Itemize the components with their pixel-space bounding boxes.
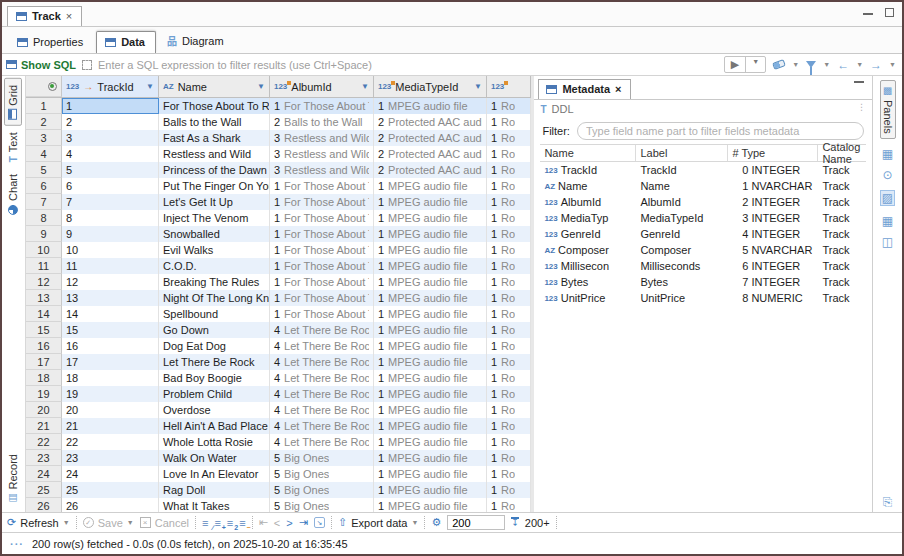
row-number[interactable]: 15 bbox=[26, 322, 62, 338]
trackid-cell[interactable]: 22 bbox=[62, 434, 159, 450]
albumid-cell[interactable]: 3Restless and Wild bbox=[270, 146, 374, 162]
genreid-cell[interactable]: 1Ro bbox=[487, 370, 531, 386]
field-catalog-cell[interactable]: Track bbox=[818, 244, 866, 256]
name-cell[interactable]: Dog Eat Dog bbox=[159, 338, 270, 354]
genreid-cell[interactable]: 1Ro bbox=[487, 418, 531, 434]
chevron-down-icon[interactable]: ▼ bbox=[257, 82, 265, 91]
mediatypeid-cell[interactable]: 1MPEG audio file bbox=[374, 194, 487, 210]
dock-panel-icon[interactable]: ⎘ bbox=[883, 496, 893, 508]
albumid-cell[interactable]: 4Let There Be Rock bbox=[270, 434, 374, 450]
albumid-cell[interactable]: 1For Those About To bbox=[270, 226, 374, 242]
trackid-cell[interactable]: 7 bbox=[62, 194, 159, 210]
trackid-cell[interactable]: 14 bbox=[62, 306, 159, 322]
name-cell[interactable]: Hell Ain't A Bad Place T bbox=[159, 418, 270, 434]
trackid-cell[interactable]: 6 bbox=[62, 178, 159, 194]
tab-data[interactable]: Data bbox=[96, 31, 156, 53]
name-cell[interactable]: Restless and Wild bbox=[159, 146, 270, 162]
forward-arrow-icon[interactable]: → bbox=[870, 58, 882, 72]
tab-diagram[interactable]: 品 Diagram bbox=[158, 28, 235, 53]
metadata-row[interactable]: 123UnitPriceUnitPrice8NUMERICTrack bbox=[540, 290, 866, 306]
genreid-cell[interactable]: 1Ro bbox=[487, 450, 531, 466]
mediatypeid-cell[interactable]: 1MPEG audio file bbox=[374, 450, 487, 466]
name-cell[interactable]: Evil Walks bbox=[159, 242, 270, 258]
albumid-cell[interactable]: 5Big Ones bbox=[270, 450, 374, 466]
mediatypeid-cell[interactable]: 1MPEG audio file bbox=[374, 322, 487, 338]
row-number[interactable]: 11 bbox=[26, 258, 62, 274]
row-number[interactable]: 20 bbox=[26, 402, 62, 418]
name-cell[interactable]: Put The Finger On You bbox=[159, 178, 270, 194]
row-number[interactable]: 3 bbox=[26, 130, 62, 146]
albumid-cell[interactable]: 4Let There Be Rock bbox=[270, 386, 374, 402]
field-catalog-cell[interactable]: Track bbox=[818, 228, 866, 240]
field-type-cell[interactable]: 4INTEGER bbox=[728, 228, 818, 240]
albumid-cell[interactable]: 1For Those About To bbox=[270, 210, 374, 226]
mediatypeid-cell[interactable]: 1MPEG audio file bbox=[374, 418, 487, 434]
name-cell[interactable]: Princess of the Dawn bbox=[159, 162, 270, 178]
field-catalog-cell[interactable]: Track bbox=[818, 292, 866, 304]
field-type-cell[interactable]: 8NUMERIC bbox=[728, 292, 818, 304]
mediatypeid-cell[interactable]: 1MPEG audio file bbox=[374, 370, 487, 386]
genreid-cell[interactable]: 1Ro bbox=[487, 338, 531, 354]
grouping-panel-icon[interactable]: ▦ bbox=[882, 215, 893, 227]
trackid-cell[interactable]: 4 bbox=[62, 146, 159, 162]
name-cell[interactable]: Rag Doll bbox=[159, 482, 270, 498]
trackid-cell[interactable]: 8 bbox=[62, 210, 159, 226]
name-cell[interactable]: Bad Boy Boogie bbox=[159, 370, 270, 386]
albumid-cell[interactable]: 5Big Ones bbox=[270, 498, 374, 512]
trackid-cell[interactable]: 10 bbox=[62, 242, 159, 258]
albumid-cell[interactable]: 4Let There Be Rock bbox=[270, 338, 374, 354]
gear-icon[interactable]: ⚙ bbox=[431, 516, 441, 529]
field-name-cell[interactable]: 123TrackId bbox=[540, 164, 636, 176]
name-cell[interactable]: Night Of The Long Kniv bbox=[159, 290, 270, 306]
row-number[interactable]: 17 bbox=[26, 354, 62, 370]
mediatypeid-cell[interactable]: 1MPEG audio file bbox=[374, 274, 487, 290]
row-number[interactable]: 25 bbox=[26, 482, 62, 498]
genreid-cell[interactable]: 1Ro bbox=[487, 242, 531, 258]
row-number[interactable]: 21 bbox=[26, 418, 62, 434]
name-cell[interactable]: For Those About To Ro bbox=[159, 98, 270, 114]
refresh-button[interactable]: ⟳ Refresh ▼ bbox=[7, 516, 70, 529]
albumid-cell[interactable]: 1For Those About To bbox=[270, 194, 374, 210]
trackid-cell[interactable]: 15 bbox=[62, 322, 159, 338]
header-catalog-name[interactable]: Catalog Name bbox=[818, 145, 866, 161]
mediatypeid-cell[interactable]: 2Protected AAC audio bbox=[374, 114, 487, 130]
minimize-icon[interactable] bbox=[863, 13, 873, 15]
close-icon[interactable]: × bbox=[66, 10, 72, 22]
fetch-more-label[interactable]: 200+ bbox=[525, 517, 550, 529]
trackid-cell[interactable]: 16 bbox=[62, 338, 159, 354]
trackid-cell[interactable]: 20 bbox=[62, 402, 159, 418]
references-panel-icon[interactable]: ◫ bbox=[882, 236, 893, 248]
row-number[interactable]: 1 bbox=[26, 98, 62, 114]
field-type-cell[interactable]: 6INTEGER bbox=[728, 260, 818, 272]
name-cell[interactable]: Whole Lotta Rosie bbox=[159, 434, 270, 450]
chevron-down-icon[interactable]: ▼ bbox=[361, 82, 369, 91]
albumid-cell[interactable]: 4Let There Be Rock bbox=[270, 402, 374, 418]
mediatypeid-cell[interactable]: 1MPEG audio file bbox=[374, 354, 487, 370]
albumid-cell[interactable]: 5Big Ones bbox=[270, 466, 374, 482]
field-type-cell[interactable]: 3INTEGER bbox=[728, 212, 818, 224]
genreid-cell[interactable]: 1Ro bbox=[487, 162, 531, 178]
metadata-row[interactable]: AZComposerComposer5NVARCHARTrack bbox=[540, 242, 866, 258]
row-number[interactable]: 5 bbox=[26, 162, 62, 178]
trackid-cell[interactable]: 23 bbox=[62, 450, 159, 466]
row-number[interactable]: 22 bbox=[26, 434, 62, 450]
field-type-cell[interactable]: 7INTEGER bbox=[728, 276, 818, 288]
metadata-row[interactable]: 123AlbumIdAlbumId2INTEGERTrack bbox=[540, 194, 866, 210]
albumid-cell[interactable]: 3Restless and Wild bbox=[270, 162, 374, 178]
chevron-down-icon[interactable]: ▼ bbox=[823, 61, 830, 68]
albumid-cell[interactable]: 1For Those About To bbox=[270, 178, 374, 194]
mediatypeid-cell[interactable]: 1MPEG audio file bbox=[374, 178, 487, 194]
albumid-cell[interactable]: 1For Those About To bbox=[270, 98, 374, 114]
genreid-cell[interactable]: 1Ro bbox=[487, 98, 531, 114]
close-icon[interactable]: × bbox=[615, 83, 621, 95]
field-label-cell[interactable]: AlbumId bbox=[636, 196, 728, 208]
mediatypeid-cell[interactable]: 1MPEG audio file bbox=[374, 258, 487, 274]
field-label-cell[interactable]: Composer bbox=[636, 244, 728, 256]
genreid-cell[interactable]: 1Ro bbox=[487, 482, 531, 498]
tab-chart[interactable]: Chart bbox=[5, 168, 21, 221]
metadata-row[interactable]: 123MilliseconMilliseconds6INTEGERTrack bbox=[540, 258, 866, 274]
clear-filter-icon[interactable] bbox=[772, 59, 786, 70]
field-catalog-cell[interactable]: Track bbox=[818, 260, 866, 272]
albumid-cell[interactable]: 1For Those About To bbox=[270, 242, 374, 258]
field-name-cell[interactable]: 123Bytes bbox=[540, 276, 636, 288]
